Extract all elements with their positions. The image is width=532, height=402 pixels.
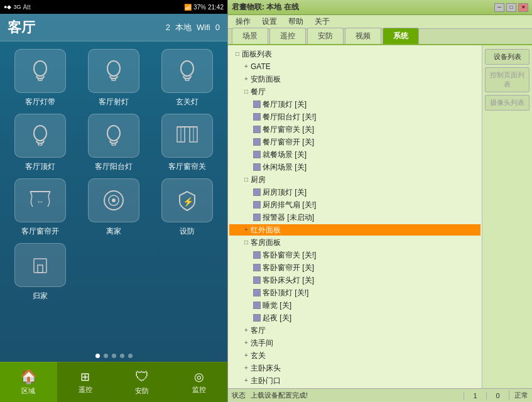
tab-security[interactable]: 安防 <box>307 28 344 44</box>
device-icon-light-band[interactable] <box>14 49 66 93</box>
dot-1[interactable] <box>95 354 100 358</box>
expander-panel-list[interactable]: □ <box>233 49 242 59</box>
device-icon-curtain-open[interactable]: ↔ <box>14 178 66 222</box>
menu-operate[interactable]: 操作 <box>231 15 256 28</box>
tree-row-panel-list[interactable]: □ 面板列表 <box>229 48 480 60</box>
device-icon-hallway-light[interactable] <box>161 49 213 93</box>
tree-row-dining-curtain-close[interactable]: 餐厅窗帘关 [关] <box>229 124 480 135</box>
nav-item-remote[interactable]: ⊞ 遥控 <box>57 362 114 402</box>
tree-row-kitchen[interactable]: □ 厨房 <box>229 174 480 185</box>
tree-row-security-panel[interactable]: + 安防面板 <box>229 73 480 85</box>
svg-point-12 <box>34 126 46 141</box>
menu-help[interactable]: 帮助 <box>283 15 308 28</box>
nav-item-monitor[interactable]: ◎ 监控 <box>171 362 228 402</box>
tree-row-gate[interactable]: + GATE <box>229 61 480 72</box>
checkbox-guest-ceiling[interactable] <box>253 289 261 296</box>
dot-4[interactable] <box>120 354 124 358</box>
nav-item-area[interactable]: 🏠 区域 <box>0 362 57 402</box>
tree-row-living[interactable]: + 客厅 <box>229 325 480 336</box>
expander-dining[interactable]: □ <box>242 87 251 97</box>
svg-point-29 <box>112 198 116 202</box>
device-icon-ceiling-light[interactable] <box>14 114 66 158</box>
checkbox-guest-curtain-close[interactable] <box>253 251 261 259</box>
svg-point-16 <box>107 126 120 141</box>
tree-row-alarm[interactable]: 报警器 [未启动] <box>229 212 480 223</box>
tree-row-entrance[interactable]: + 玄关 <box>229 350 480 361</box>
device-icon-away[interactable] <box>88 178 139 222</box>
menu-settings[interactable]: 设置 <box>257 15 282 28</box>
tree-row-dining-scene2[interactable]: 休闲场景 [关] <box>229 161 480 173</box>
tab-scene[interactable]: 场景 <box>232 28 268 44</box>
checkbox-guest-night[interactable] <box>253 314 261 322</box>
expander-master-door[interactable]: + <box>242 376 251 386</box>
minimize-button[interactable]: ─ <box>494 3 504 12</box>
expander-guest-panel[interactable]: □ <box>242 237 251 247</box>
menu-about[interactable]: 关于 <box>310 15 335 28</box>
expander-kitchen[interactable]: □ <box>242 175 251 185</box>
tree-row-dining-light[interactable]: 餐厅顶灯 [关] <box>229 99 480 110</box>
expander-gate[interactable]: + <box>242 62 251 72</box>
expander-ir-panel[interactable]: + <box>242 225 251 235</box>
checkbox-guest-sleep[interactable] <box>253 302 261 309</box>
expander-master-bed[interactable]: + <box>242 363 251 373</box>
device-item-ceiling-light: 客厅顶灯 <box>6 114 73 172</box>
expander-security-panel[interactable]: + <box>242 74 251 84</box>
nav-item-security[interactable]: 🛡 安防 <box>114 362 171 402</box>
tab-remote[interactable]: 遥控 <box>269 28 306 44</box>
tree-text-kitchen: 厨房 <box>251 175 266 185</box>
checkbox-dining-curtain-open[interactable] <box>253 138 261 146</box>
tab-system[interactable]: 系统 <box>383 28 419 44</box>
checkbox-kitchen-fan[interactable] <box>253 201 261 209</box>
tree-node-master-door: + 主卧门口 <box>229 374 480 387</box>
dot-2[interactable] <box>104 354 108 358</box>
tree-text-alarm: 报警器 [未启动] <box>263 212 314 222</box>
tree-row-guest-night[interactable]: 起夜 [关] <box>229 312 480 323</box>
tree-panel[interactable]: □ 面板列表 + GATE + 安防面板 <box>228 45 482 388</box>
tree-row-master-bed[interactable]: + 主卧床头 <box>229 362 480 374</box>
dot-5[interactable] <box>128 354 133 358</box>
tree-row-dining-curtain-open[interactable]: 餐厅窗帘开 [关] <box>229 136 480 148</box>
device-icon-curtain-close[interactable] <box>161 114 213 158</box>
tree-row-bathroom[interactable]: + 洗手间 <box>229 337 480 349</box>
tree-row-guest-panel[interactable]: □ 客房面板 <box>229 237 480 248</box>
tree-row-kitchen-light[interactable]: 厨房顶灯 [关] <box>229 187 480 198</box>
device-icon-home[interactable] <box>14 243 66 287</box>
checkbox-dining-balcony[interactable] <box>253 113 261 121</box>
tree-row-guest-curtain-open[interactable]: 客卧窗帘开 [关] <box>229 262 480 273</box>
tree-row-master-door[interactable]: + 主卧门口 <box>229 375 480 386</box>
maximize-button[interactable]: □ <box>506 3 516 12</box>
expander-living[interactable]: + <box>242 325 251 335</box>
device-label-spotlight: 客厅射灯 <box>99 97 129 107</box>
expander-bathroom[interactable]: + <box>242 338 251 348</box>
tree-text-bathroom: 洗手间 <box>251 338 273 348</box>
tree-row-dining[interactable]: □ 餐厅 <box>229 86 480 97</box>
tree-row-kitchen-fan[interactable]: 厨房排气扇 [关!] <box>229 199 480 210</box>
tree-row-guest-ceiling[interactable]: 客卧顶灯 [关!] <box>229 287 480 298</box>
checkbox-dining-scene2[interactable] <box>253 163 261 171</box>
device-list-btn[interactable]: 设备列表 <box>485 49 529 65</box>
tree-node-living: + 客厅 <box>229 324 480 337</box>
checkbox-dining-curtain-close[interactable] <box>253 126 261 133</box>
expander-entrance[interactable]: + <box>242 350 251 361</box>
tree-row-dining-scene1[interactable]: 就餐场景 [关] <box>229 149 480 160</box>
checkbox-guest-bedlight[interactable] <box>253 276 261 284</box>
tree-row-dining-balcony[interactable]: 餐厅阳台灯 [关!] <box>229 111 480 122</box>
tab-video[interactable]: 视频 <box>345 28 381 44</box>
dot-3[interactable] <box>112 354 116 358</box>
tab-bar: 场景 遥控 安防 视频 系统 <box>228 29 532 45</box>
tree-row-guest-bedlight[interactable]: 客卧床头灯 [关] <box>229 274 480 286</box>
tree-row-guest-sleep[interactable]: 睡觉 [关] <box>229 300 480 311</box>
tree-row-ir-panel[interactable]: + 红外面板 <box>229 224 480 236</box>
checkbox-guest-curtain-open[interactable] <box>253 264 261 271</box>
checkbox-kitchen-light[interactable] <box>253 188 261 196</box>
device-icon-balcony-light[interactable] <box>88 114 139 158</box>
checkbox-dining-light[interactable] <box>253 100 261 108</box>
device-label-home: 归家 <box>33 291 48 302</box>
network-status: 本地 <box>175 22 192 33</box>
close-button[interactable]: ✕ <box>518 3 528 12</box>
device-icon-arm[interactable]: ⚡ <box>161 178 213 222</box>
checkbox-alarm[interactable] <box>253 214 261 221</box>
device-icon-spotlight[interactable] <box>88 49 139 93</box>
tree-row-guest-curtain-close[interactable]: 客卧窗帘关 [关!] <box>229 249 480 261</box>
checkbox-dining-scene1[interactable] <box>253 151 261 158</box>
